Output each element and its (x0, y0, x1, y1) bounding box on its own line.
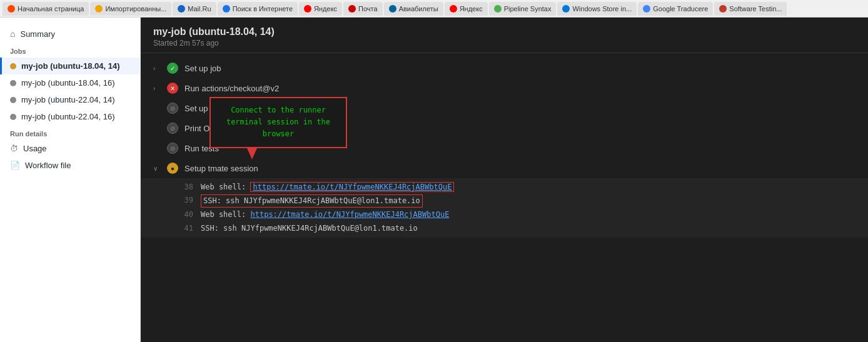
panel-title: my-job (ubuntu-18.04, 14) (153, 26, 855, 38)
sidebar: ⌂ Summary Jobs my-job (ubuntu-18.04, 14)… (0, 18, 141, 342)
log-link-38[interactable]: https://tmate.io/t/NJYfpwmeNKKEJ4RcjABWb… (250, 182, 454, 192)
step1-status-icon: ✓ (167, 63, 178, 74)
tab-yandex1[interactable]: Яндекс (299, 2, 342, 16)
log-line-39: 39 SSH: ssh NJYfpwmeNKKEJ4RcjABWbtQuE@lo… (178, 194, 855, 208)
step4-status-icon: ⊘ (167, 123, 178, 134)
job3-label: my-job (ubuntu-22.04, 14) (21, 95, 115, 104)
sidebar-item-job2[interactable]: my-job (ubuntu-18.04, 16) (0, 74, 140, 91)
jobs-section-title: Jobs (0, 43, 140, 58)
chevron-icon-step1: › (153, 65, 161, 72)
run-details-section-title: Run details (0, 125, 140, 140)
sidebar-item-job3[interactable]: my-job (ubuntu-22.04, 14) (0, 91, 140, 108)
log-num-39: 39 (178, 194, 193, 208)
tab-flights[interactable]: Авиабилеты (384, 2, 443, 16)
step1-label: Set up job (184, 64, 221, 73)
sidebar-item-job4[interactable]: my-job (ubuntu-22.04, 16) (0, 108, 140, 125)
steps-wrapper: › ✓ Set up job › ✕ Run actions/checkout@… (141, 58, 868, 238)
tab-pipeline[interactable]: Pipeline Syntax (489, 2, 557, 16)
step-setup-job[interactable]: › ✓ Set up job (141, 58, 868, 78)
job-status-dot-gray4 (10, 114, 16, 120)
clock-icon: ⏱ (10, 144, 18, 153)
sidebar-summary-label: Summary (20, 29, 55, 39)
log-line-41: 41 SSH: ssh NJYfpwmeNKKEJ4RcjABWbtQuE@lo… (178, 222, 855, 235)
log-link-40[interactable]: https://tmate.io/t/NJYfpwmeNKKEJ4RcjABWb… (250, 210, 449, 219)
step4-label: Print OS-release (184, 124, 245, 133)
tab-imported[interactable]: Импортированны... (90, 2, 171, 16)
sidebar-item-summary[interactable]: ⌂ Summary (0, 25, 140, 43)
step-os-release[interactable]: ⊘ Print OS-release (141, 118, 868, 138)
step-tmate[interactable]: ∨ ● Setup tmate session (141, 158, 868, 178)
browser-tab-bar: Начальная страница Импортированны... Mai… (0, 0, 868, 18)
log-num-40: 40 (178, 209, 193, 221)
steps-list: › ✓ Set up job › ✕ Run actions/checkout@… (141, 53, 868, 342)
log-num-38: 38 (178, 181, 193, 193)
sidebar-item-workflow[interactable]: 📄 Workflow file (0, 157, 140, 174)
tab-home[interactable]: Начальная страница (3, 2, 89, 16)
job4-label: my-job (ubuntu-22.04, 16) (21, 112, 115, 121)
workflow-label: Workflow file (25, 161, 71, 170)
tab-windows-store[interactable]: Windows Store in... (557, 2, 637, 16)
file-icon: 📄 (10, 161, 20, 170)
chevron-icon-step6: ∨ (153, 165, 161, 172)
step2-label: Run actions/checkout@v2 (184, 84, 279, 93)
step-checkout[interactable]: › ✕ Run actions/checkout@v2 (141, 78, 868, 98)
tab-search[interactable]: Поиск в Интернете (218, 2, 298, 16)
job1-label: my-job (ubuntu-18.04, 14) (21, 61, 119, 71)
sidebar-item-job1[interactable]: my-job (ubuntu-18.04, 14) (0, 58, 140, 74)
home-icon: ⌂ (10, 29, 15, 39)
job2-label: my-job (ubuntu-18.04, 16) (21, 78, 115, 88)
tab-software-testing[interactable]: Software Testin... (714, 2, 787, 16)
log-num-41: 41 (178, 223, 193, 234)
step6-status-icon: ● (167, 163, 178, 174)
sidebar-item-usage[interactable]: ⏱ Usage (0, 140, 140, 157)
panel-subtitle: Started 2m 57s ago (153, 39, 855, 48)
right-panel: my-job (ubuntu-18.04, 14) Started 2m 57s… (141, 18, 868, 342)
job-status-dot-running (10, 63, 16, 69)
step-nodejs[interactable]: ⊘ Set up Node.js (141, 98, 868, 118)
step3-label: Set up Node.js (184, 104, 238, 113)
step5-status-icon: ⊘ (167, 143, 178, 154)
job-status-dot-gray3 (10, 97, 16, 103)
main-content: ⌂ Summary Jobs my-job (ubuntu-18.04, 14)… (0, 18, 868, 342)
panel-header: my-job (ubuntu-18.04, 14) Started 2m 57s… (141, 18, 868, 53)
tab-yandex2[interactable]: Яндекс (445, 2, 488, 16)
tab-mail[interactable]: Почта (343, 2, 383, 16)
step-expanded-logs: Connect to the runner terminal session i… (141, 178, 868, 238)
job-status-dot-gray2 (10, 80, 16, 86)
chevron-icon-step2: › (153, 85, 161, 92)
log-line-40: 40 Web shell: https://tmate.io/t/NJYfpwm… (178, 208, 855, 221)
tab-mailru[interactable]: Mail.Ru (173, 2, 216, 16)
step3-status-icon: ⊘ (167, 103, 178, 114)
usage-label: Usage (23, 144, 47, 153)
step5-label: Run tests (184, 144, 219, 153)
step2-status-icon: ✕ (167, 83, 178, 94)
step-run-tests[interactable]: ⊘ Run tests (141, 138, 868, 158)
tab-google-translate[interactable]: Google Traducere (638, 2, 713, 16)
log-line-38: 38 Web shell: https://tmate.io/t/NJYfpwm… (178, 181, 855, 194)
step6-label: Setup tmate session (184, 164, 258, 173)
